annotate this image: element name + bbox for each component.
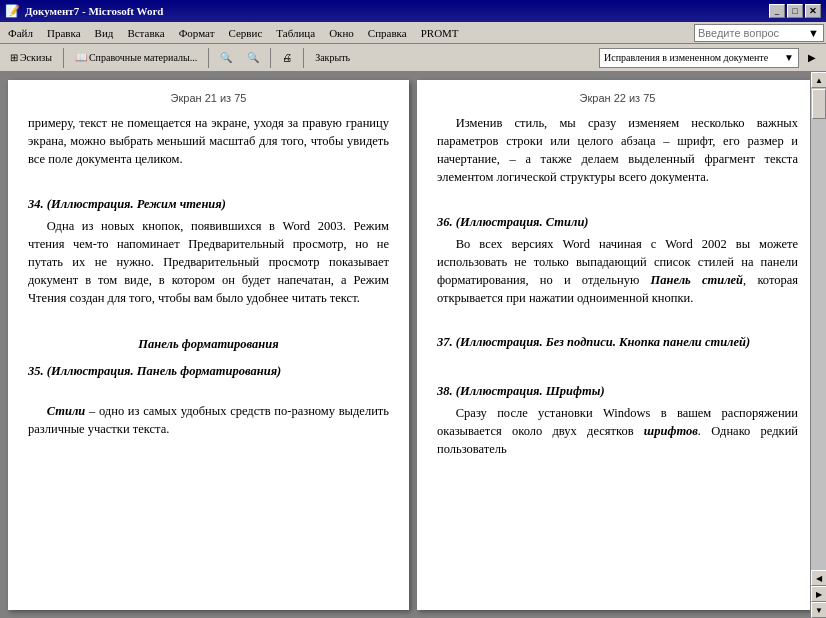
title-bar-buttons[interactable]: _ □ ✕ xyxy=(769,4,821,18)
menu-format[interactable]: Формат xyxy=(173,26,221,40)
left-page-header: Экран 21 из 75 xyxy=(28,92,389,104)
vertical-scrollbar[interactable]: ▲ ◀ ▶ ▼ xyxy=(810,72,826,618)
scroll-prev-button[interactable]: ◀ xyxy=(811,570,826,586)
scroll-track[interactable] xyxy=(811,88,826,570)
left-page-content: примеру, текст не помещается на экране, … xyxy=(28,114,389,438)
left-para-1: примеру, текст не помещается на экране, … xyxy=(28,114,389,168)
zoom-out-icon: 🔍 xyxy=(247,52,259,63)
right-page: Экран 22 из 75 Изменив стиль, мы сразу и… xyxy=(417,80,818,610)
left-para-3: Стили – одно из самых удобных средств по… xyxy=(28,402,389,438)
help-search-input[interactable] xyxy=(698,27,808,39)
toolbar-separator-4 xyxy=(303,48,304,68)
revisions-dropdown[interactable]: Исправления в измененном документе ▼ xyxy=(599,48,799,68)
revisions-label: Исправления в измененном документе xyxy=(604,52,784,63)
right-heading-37: 37. (Иллюстрация. Без подписи. Кнопка па… xyxy=(437,333,798,351)
content-area: Экран 21 из 75 примеру, текст не помещае… xyxy=(0,72,826,618)
left-page: Экран 21 из 75 примеру, текст не помещае… xyxy=(8,80,409,610)
menu-edit[interactable]: Правка xyxy=(41,26,87,40)
right-para-1: Изменив стиль, мы сразу изменяем несколь… xyxy=(437,114,798,187)
help-search-box[interactable]: ▼ xyxy=(694,24,824,42)
left-para-2: Одна из новых кнопок, появившихся в Word… xyxy=(28,217,389,308)
right-para-3: Сразу после установки Windows в вашем ра… xyxy=(437,404,798,458)
minimize-button[interactable]: _ xyxy=(769,4,785,18)
revisions-arrow-icon[interactable]: ▼ xyxy=(784,52,794,63)
menu-bar: Файл Правка Вид Вставка Формат Сервис Та… xyxy=(0,22,826,44)
right-page-content: Изменив стиль, мы сразу изменяем несколь… xyxy=(437,114,798,458)
menu-file[interactable]: Файл xyxy=(2,26,39,40)
right-heading-38: 38. (Иллюстрация. Шрифты) xyxy=(437,382,798,400)
scroll-thumb[interactable] xyxy=(812,89,826,119)
menu-promt[interactable]: PROMT xyxy=(415,26,465,40)
left-heading-35: 35. (Иллюстрация. Панель форматирования) xyxy=(28,362,389,380)
scroll-down-button[interactable]: ▼ xyxy=(811,602,826,618)
menu-help[interactable]: Справка xyxy=(362,26,413,40)
thumbnails-button[interactable]: ⊞ Эскизы xyxy=(4,47,58,69)
menu-table[interactable]: Таблица xyxy=(270,26,321,40)
print-button[interactable]: 🖨 xyxy=(276,47,298,69)
word-icon: 📝 xyxy=(5,4,20,19)
window-title: Документ7 - Microsoft Word xyxy=(25,5,163,17)
thumbnails-label: Эскизы xyxy=(20,52,52,63)
zoom-in-icon: 🔍 xyxy=(220,52,232,63)
close-label: Закрыть xyxy=(315,52,350,63)
toolbar-separator-3 xyxy=(270,48,271,68)
revisions-extra-button[interactable]: ▶ xyxy=(802,47,822,69)
right-para-2: Во всех версиях Word начиная с Word 2002… xyxy=(437,235,798,308)
reference-button[interactable]: 📖 Справочные материалы... xyxy=(69,47,203,69)
title-bar: 📝 Документ7 - Microsoft Word _ □ ✕ xyxy=(0,0,826,22)
scroll-next-button[interactable]: ▶ xyxy=(811,586,826,602)
title-bar-left: 📝 Документ7 - Microsoft Word xyxy=(5,4,163,19)
toolbar: ⊞ Эскизы 📖 Справочные материалы... 🔍 🔍 🖨… xyxy=(0,44,826,72)
toolbar-separator-2 xyxy=(208,48,209,68)
left-heading-panel: Панель форматирования xyxy=(28,335,389,353)
thumbnails-icon: ⊞ xyxy=(10,52,18,63)
zoom-out-button[interactable]: 🔍 xyxy=(241,47,265,69)
menu-tools[interactable]: Сервис xyxy=(223,26,269,40)
panel-styles-bold: Панель стилей xyxy=(650,273,743,287)
reference-icon: 📖 xyxy=(75,52,87,63)
toolbar-separator-1 xyxy=(63,48,64,68)
close-button[interactable]: ✕ xyxy=(805,4,821,18)
close-button[interactable]: Закрыть xyxy=(309,47,356,69)
zoom-in-button[interactable]: 🔍 xyxy=(214,47,238,69)
menu-insert[interactable]: Вставка xyxy=(121,26,170,40)
right-page-header: Экран 22 из 75 xyxy=(437,92,798,104)
toolbar-right: Исправления в измененном документе ▼ ▶ xyxy=(599,47,822,69)
reference-label: Справочные материалы... xyxy=(89,52,197,63)
menu-window[interactable]: Окно xyxy=(323,26,360,40)
fonts-bold: шрифтов xyxy=(644,424,698,438)
left-heading-34: 34. (Иллюстрация. Режим чтения) xyxy=(28,195,389,213)
menu-view[interactable]: Вид xyxy=(89,26,120,40)
scroll-up-button[interactable]: ▲ xyxy=(811,72,826,88)
print-icon: 🖨 xyxy=(282,52,292,63)
right-heading-36: 36. (Иллюстрация. Стили) xyxy=(437,213,798,231)
styli-bold: Стили xyxy=(47,404,86,418)
search-dropdown-icon[interactable]: ▼ xyxy=(808,27,819,39)
maximize-button[interactable]: □ xyxy=(787,4,803,18)
